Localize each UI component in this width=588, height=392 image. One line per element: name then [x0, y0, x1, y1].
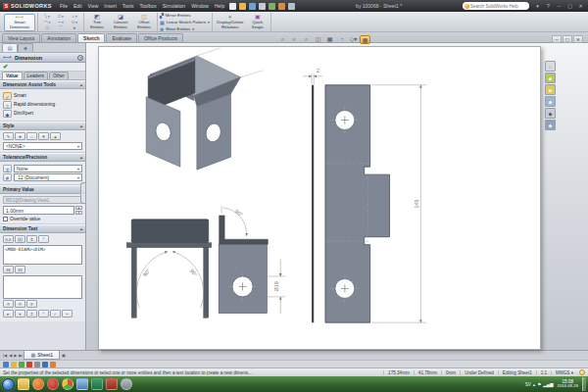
style-update-icon[interactable]: ☆ — [26, 132, 37, 140]
justify-center-icon[interactable]: ≡ — [15, 300, 25, 308]
trim-entities-button[interactable]: ◩ Trim Entities — [86, 14, 108, 31]
hide-show-items-icon[interactable]: ◇▾ — [348, 35, 359, 44]
doc-restore-icon[interactable]: ▢ — [563, 35, 572, 43]
thickness-dim[interactable]: 2 — [317, 68, 319, 74]
section-tolerance[interactable]: Tolerance/Precision▴ — [0, 153, 85, 162]
dim-option-6-icon[interactable]: • — [62, 310, 73, 318]
section-view-icon[interactable]: ◫ — [313, 35, 323, 44]
taskbar-explorer-icon[interactable] — [18, 378, 29, 390]
taskpane-custom-properties-icon[interactable]: ◆ — [545, 120, 556, 130]
tab-office-products[interactable]: Office Products — [138, 33, 183, 42]
section-primary-value[interactable]: Primary Value▴ — [0, 185, 85, 194]
move-entities-button[interactable]: ✥Move Entities▾ — [160, 26, 210, 32]
dimtext-format-4-icon[interactable]: ° — [38, 235, 49, 243]
minimize-icon[interactable]: ‒ — [555, 2, 564, 10]
dimtext-format-2-icon[interactable]: (x) — [15, 235, 25, 243]
assist-dimxpert-row[interactable]: ◆ DimXpert — [3, 110, 82, 118]
add-sheet-icon[interactable]: ▣ — [62, 353, 66, 358]
doc-close-icon[interactable]: ✕ — [573, 35, 583, 43]
new-document-icon[interactable] — [229, 3, 236, 10]
taskbar-app-red-icon[interactable] — [106, 378, 118, 390]
prev-sheet-icon[interactable]: ◀ — [9, 353, 12, 358]
dim-option-4-icon[interactable]: ° — [38, 310, 49, 318]
status-units[interactable]: MMGS ▾ — [551, 370, 577, 375]
accept-check-icon[interactable]: ✔ — [3, 63, 8, 71]
taskbar-opera-icon[interactable] — [47, 378, 59, 390]
menu-help[interactable]: Help — [213, 3, 226, 9]
drawing-sheet[interactable]: 90° 90° 90° — [98, 46, 541, 350]
edit-appearance-icon[interactable]: ▩ — [360, 35, 370, 44]
quick-tips-icon[interactable] — [579, 369, 585, 375]
precision-dropdown[interactable]: .12 (Document)▾ — [14, 173, 82, 181]
menu-view[interactable]: View — [86, 3, 101, 9]
graphics-viewport[interactable]: ⌕ ⌕ ⌕ ◫ ▦ ◔ ◇▾ ▩ ‒ ▢ ✕ ⌂ ◆ ◆ ◆ ◆ ◆ — [86, 43, 588, 350]
tab-view-layout[interactable]: View Layout — [2, 33, 40, 42]
taskbar-chrome-icon[interactable] — [62, 378, 74, 390]
menu-insert[interactable]: Insert — [102, 3, 119, 9]
tab-sketch[interactable]: Sketch — [77, 33, 105, 42]
quick-snaps-button[interactable]: ▣ Quick Snaps — [247, 14, 269, 31]
start-button[interactable] — [2, 378, 15, 391]
view-edge[interactable]: 2 — [303, 68, 322, 322]
menu-simulation[interactable]: Simulation — [161, 3, 187, 9]
taskpane-resources-icon[interactable]: ⌂ — [545, 61, 556, 72]
spinner-down-icon[interactable]: ▼ — [75, 211, 82, 215]
zoom-previous-icon[interactable]: ⌕ — [301, 35, 312, 44]
fillet-tool-button[interactable]: ⌒ — [54, 25, 68, 31]
bend-note-bottom[interactable]: DOWN 90° R 1 — [328, 236, 364, 241]
display-delete-relations-button[interactable]: ⌖ Display/Delete Relations — [215, 14, 246, 31]
style-save-icon[interactable]: ▼ — [38, 132, 49, 140]
bottom-toolbar-icon-7[interactable] — [50, 362, 56, 368]
sheet-tab-sheet1[interactable]: ▦ Sheet1 — [24, 351, 60, 360]
view-flat-pattern[interactable]: DOWN 90° R 1 UP 90° R 1 DOWN 90° R 1 145 — [325, 85, 426, 322]
taskbar-firefox-icon[interactable] — [32, 378, 44, 390]
save-icon[interactable] — [249, 3, 256, 10]
tray-language[interactable]: SV — [525, 382, 531, 387]
help-icon[interactable]: ? — [544, 2, 553, 10]
bottom-toolbar-icon-4[interactable] — [26, 362, 32, 368]
bend-note-top[interactable]: DOWN 90° R 1 — [328, 158, 364, 163]
menu-tools[interactable]: Tools — [121, 3, 136, 9]
dimension-text-input[interactable]: <MOD-DIAM><DIM> — [3, 245, 82, 265]
menu-file[interactable]: File — [58, 3, 70, 9]
taskpane-view-palette-icon[interactable]: ◆ — [545, 96, 556, 107]
taskpane-appearances-icon[interactable]: ◆ — [545, 108, 556, 119]
offset-entities-button[interactable]: ◫ Offset Entities — [133, 14, 155, 31]
zoom-area-icon[interactable]: ⌕ — [289, 35, 300, 44]
restore-icon[interactable]: ▢ — [565, 2, 574, 10]
bottom-toolbar-icon-1[interactable] — [3, 362, 9, 368]
help-search-box[interactable] — [463, 2, 529, 10]
linear-sketch-pattern-button[interactable]: ▦Linear Sketch Pattern▾ — [160, 20, 210, 25]
taskbar-window-app-icon[interactable] — [76, 378, 88, 390]
bottom-toolbar-icon-3[interactable] — [19, 362, 24, 368]
section-dimension-assist[interactable]: Dimension Assist Tools▴ — [0, 80, 85, 89]
justify-right-icon[interactable]: ≡ — [26, 300, 37, 308]
section-dimension-text[interactable]: Dimension Text▴ — [0, 224, 85, 233]
ellipse-tool-button[interactable]: ⬭ — [40, 25, 54, 31]
justify-left-icon[interactable]: ≡ — [3, 300, 14, 308]
tab-evaluate[interactable]: Evaluate — [106, 33, 136, 42]
bottom-toolbar-icon-6[interactable] — [42, 362, 48, 368]
search-dropdown-icon[interactable]: ▾ — [533, 2, 542, 10]
override-value-row[interactable]: Override value — [3, 217, 82, 221]
angle-dim-flange[interactable]: 90° — [234, 208, 244, 218]
view-front[interactable]: 90° 90° — [126, 220, 211, 318]
taskbar-excel-icon[interactable] — [91, 378, 103, 390]
tray-flag-icon[interactable]: ⚑ — [537, 382, 541, 387]
print-icon[interactable] — [259, 3, 266, 10]
dim-option-2-icon[interactable]: ▾ — [15, 310, 25, 318]
pm-tab-properties[interactable]: ▤ — [2, 43, 18, 52]
show-desktop-button[interactable] — [582, 377, 586, 391]
open-icon[interactable] — [239, 3, 246, 10]
panel-help-icon[interactable]: ? — [77, 55, 83, 61]
undo-icon[interactable] — [269, 3, 275, 10]
options-icon[interactable] — [288, 3, 295, 10]
taskpane-design-library-icon[interactable]: ◆ — [545, 73, 556, 83]
menu-window[interactable]: Window — [189, 3, 211, 9]
dimtext-format-3-icon[interactable]: ± — [26, 235, 37, 243]
close-icon[interactable]: ✕ — [576, 2, 585, 10]
dimtext-format-1-icon[interactable]: x.x — [3, 235, 14, 243]
bottom-toolbar-icon-5[interactable] — [34, 362, 40, 368]
panel-flyout-handle[interactable]: ⁞ — [80, 182, 85, 204]
tab-annotation[interactable]: Annotation — [41, 33, 76, 42]
